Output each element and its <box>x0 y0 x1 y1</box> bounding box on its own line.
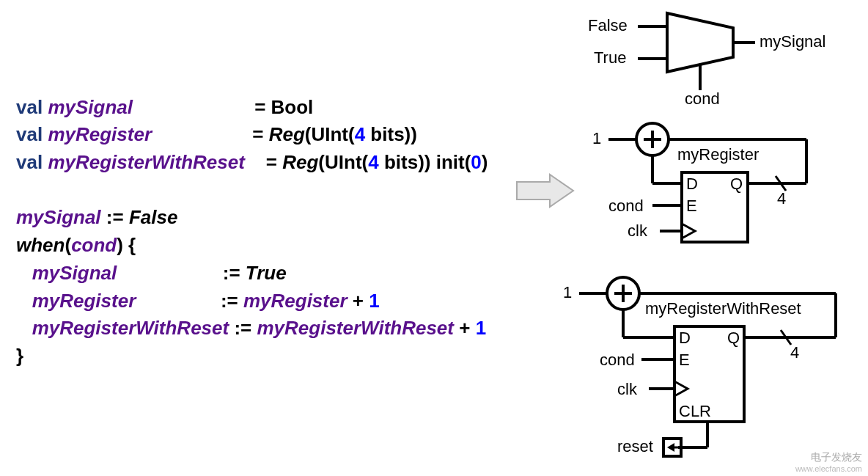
op-plus: + <box>454 317 476 339</box>
watermark-brand: 电子发烧友 <box>795 451 862 464</box>
reg1-q: Q <box>730 175 743 194</box>
fn-reg: Reg <box>269 123 305 145</box>
paren: bits)) init( <box>379 151 471 173</box>
paren: (UInt( <box>318 151 368 173</box>
watermark: 电子发烧友 www.elecfans.com <box>795 451 862 473</box>
num-1: 1 <box>476 317 486 339</box>
reg2-one: 1 <box>563 283 572 302</box>
reg1-width: 4 <box>777 189 786 208</box>
reg1-cond: cond <box>608 197 644 216</box>
reg2-cond: cond <box>600 351 635 370</box>
mux-out: mySignal <box>760 32 825 51</box>
mux-sel: cond <box>685 89 720 109</box>
reg2-reset: reset <box>617 437 653 456</box>
reg1-one: 1 <box>592 129 601 148</box>
fn-false: False <box>129 206 178 228</box>
id-mysignal: mySignal <box>48 96 133 118</box>
reg1-name: myRegister <box>677 145 759 164</box>
num-1: 1 <box>369 290 379 312</box>
id-mysignal: mySignal <box>32 262 117 284</box>
reg2-q: Q <box>727 329 740 348</box>
id-myregister2: myRegister <box>243 290 347 312</box>
arrow-icon <box>513 169 579 213</box>
eq: = <box>266 151 282 173</box>
id-cond: cond <box>71 234 117 256</box>
eq: = <box>252 123 268 145</box>
op-assign: := <box>223 262 246 284</box>
op-plus: + <box>347 290 369 312</box>
kw-val: val <box>16 123 43 145</box>
reg2-clr: CLR <box>679 402 711 421</box>
fn-true: True <box>246 262 287 284</box>
reg2-e: E <box>679 351 690 370</box>
eq: = Bool <box>254 96 313 118</box>
brace-close: } <box>16 345 23 367</box>
reg1-clk: clk <box>628 221 647 241</box>
op-assign: := <box>221 290 243 312</box>
paren: ) <box>482 151 488 173</box>
id-myregreset: myRegisterWithReset <box>48 151 245 173</box>
num-4: 4 <box>355 123 365 145</box>
svg-marker-35 <box>667 443 674 452</box>
paren: ( <box>65 234 71 256</box>
svg-marker-1 <box>667 13 733 72</box>
reg1-e: E <box>686 197 697 216</box>
op-assign: := <box>101 206 129 228</box>
svg-marker-0 <box>517 175 573 207</box>
num-4: 4 <box>368 151 378 173</box>
mux-in-true: True <box>594 48 626 67</box>
fn-reg: Reg <box>282 151 318 173</box>
kw-val: val <box>16 96 43 118</box>
id-myregister: myRegister <box>32 290 136 312</box>
reg2-clk: clk <box>617 380 637 399</box>
id-myregister: myRegister <box>48 123 152 145</box>
op-assign: := <box>229 317 257 339</box>
id-mysignal: mySignal <box>16 206 101 228</box>
code-block: val mySignal = Bool val myRegister = Reg… <box>16 66 488 370</box>
id-myregreset: myRegisterWithReset <box>32 317 229 339</box>
watermark-url: www.elecfans.com <box>795 464 862 473</box>
reg1-d: D <box>686 175 698 194</box>
reg2-width: 4 <box>790 343 799 362</box>
mux-in-false: False <box>588 16 628 35</box>
diagram-area: False True mySignal cond 1 myRegister D … <box>572 0 868 476</box>
paren: (UInt( <box>305 123 355 145</box>
reg2-d: D <box>679 329 691 348</box>
paren: ) { <box>117 234 136 256</box>
reg2-name: myRegisterWithReset <box>645 299 801 318</box>
paren: bits)) <box>365 123 417 145</box>
fn-when: when <box>16 234 65 256</box>
kw-val: val <box>16 151 43 173</box>
num-0: 0 <box>471 151 481 173</box>
id-myregreset2: myRegisterWithReset <box>257 317 454 339</box>
